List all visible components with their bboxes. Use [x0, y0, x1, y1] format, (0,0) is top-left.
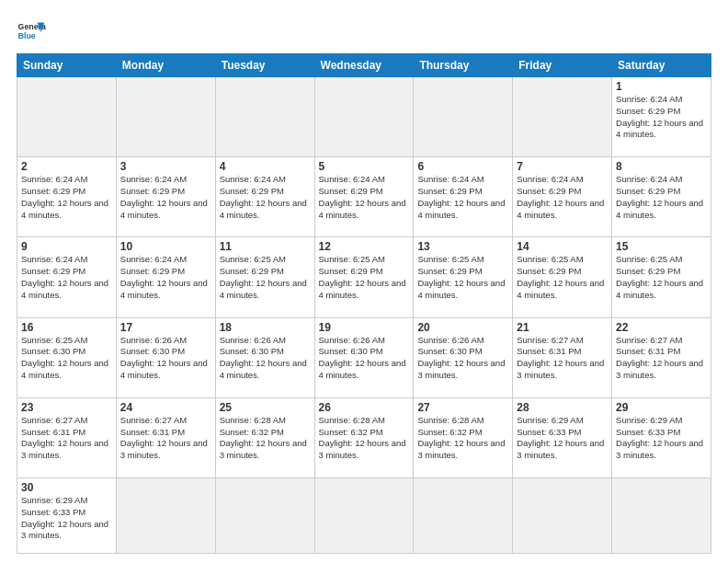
calendar-cell: 15Sunrise: 6:25 AM Sunset: 6:29 PM Dayli… — [612, 237, 711, 317]
calendar-cell: 29Sunrise: 6:29 AM Sunset: 6:33 PM Dayli… — [612, 397, 711, 477]
calendar-cell: 9Sunrise: 6:24 AM Sunset: 6:29 PM Daylig… — [17, 237, 117, 317]
calendar-cell: 28Sunrise: 6:29 AM Sunset: 6:33 PM Dayli… — [513, 397, 612, 477]
day-number: 24 — [120, 401, 211, 414]
col-header-thursday: Thursday — [414, 54, 513, 77]
day-number: 30 — [21, 481, 112, 494]
day-info: Sunrise: 6:24 AM Sunset: 6:29 PM Dayligh… — [616, 174, 707, 221]
calendar-cell: 5Sunrise: 6:24 AM Sunset: 6:29 PM Daylig… — [314, 157, 414, 237]
day-info: Sunrise: 6:28 AM Sunset: 6:32 PM Dayligh… — [319, 415, 410, 462]
day-info: Sunrise: 6:25 AM Sunset: 6:29 PM Dayligh… — [417, 254, 508, 301]
calendar-cell — [612, 478, 711, 554]
day-number: 17 — [120, 321, 211, 334]
day-number: 1 — [616, 80, 707, 93]
calendar-cell: 3Sunrise: 6:24 AM Sunset: 6:29 PM Daylig… — [116, 157, 215, 237]
calendar-cell: 7Sunrise: 6:24 AM Sunset: 6:29 PM Daylig… — [513, 157, 612, 237]
calendar-cell: 23Sunrise: 6:27 AM Sunset: 6:31 PM Dayli… — [17, 397, 117, 477]
col-header-tuesday: Tuesday — [215, 54, 314, 77]
day-number: 23 — [21, 401, 112, 414]
day-info: Sunrise: 6:27 AM Sunset: 6:31 PM Dayligh… — [517, 335, 608, 382]
day-number: 20 — [417, 321, 508, 334]
calendar-cell: 8Sunrise: 6:24 AM Sunset: 6:29 PM Daylig… — [612, 157, 711, 237]
day-info: Sunrise: 6:28 AM Sunset: 6:32 PM Dayligh… — [417, 415, 508, 462]
day-number: 8 — [616, 160, 707, 173]
day-info: Sunrise: 6:26 AM Sunset: 6:30 PM Dayligh… — [120, 335, 211, 382]
day-info: Sunrise: 6:24 AM Sunset: 6:29 PM Dayligh… — [616, 94, 707, 141]
calendar-cell — [17, 77, 117, 157]
day-info: Sunrise: 6:24 AM Sunset: 6:29 PM Dayligh… — [21, 174, 112, 221]
day-info: Sunrise: 6:24 AM Sunset: 6:29 PM Dayligh… — [120, 254, 211, 301]
day-info: Sunrise: 6:26 AM Sunset: 6:30 PM Dayligh… — [220, 335, 311, 382]
header: General Blue — [17, 17, 711, 46]
calendar-cell — [215, 478, 314, 554]
calendar-cell: 24Sunrise: 6:27 AM Sunset: 6:31 PM Dayli… — [116, 397, 215, 477]
logo: General Blue — [17, 17, 46, 46]
day-number: 12 — [319, 240, 410, 253]
calendar-cell — [116, 478, 215, 554]
calendar-cell: 1Sunrise: 6:24 AM Sunset: 6:29 PM Daylig… — [612, 77, 711, 157]
day-number: 26 — [319, 401, 410, 414]
calendar-table: SundayMondayTuesdayWednesdayThursdayFrid… — [17, 53, 711, 554]
day-number: 9 — [21, 240, 112, 253]
day-number: 7 — [517, 160, 608, 173]
day-number: 11 — [220, 240, 311, 253]
calendar-cell: 6Sunrise: 6:24 AM Sunset: 6:29 PM Daylig… — [414, 157, 513, 237]
logo-icon: General Blue — [17, 17, 46, 46]
day-info: Sunrise: 6:29 AM Sunset: 6:33 PM Dayligh… — [21, 495, 112, 542]
calendar-cell: 25Sunrise: 6:28 AM Sunset: 6:32 PM Dayli… — [215, 397, 314, 477]
day-info: Sunrise: 6:26 AM Sunset: 6:30 PM Dayligh… — [319, 335, 410, 382]
day-info: Sunrise: 6:24 AM Sunset: 6:29 PM Dayligh… — [220, 174, 311, 221]
day-info: Sunrise: 6:25 AM Sunset: 6:29 PM Dayligh… — [517, 254, 608, 301]
day-number: 22 — [616, 321, 707, 334]
day-info: Sunrise: 6:27 AM Sunset: 6:31 PM Dayligh… — [616, 335, 707, 382]
day-number: 3 — [120, 160, 211, 173]
day-number: 14 — [517, 240, 608, 253]
calendar-cell: 10Sunrise: 6:24 AM Sunset: 6:29 PM Dayli… — [116, 237, 215, 317]
day-number: 16 — [21, 321, 112, 334]
col-header-wednesday: Wednesday — [314, 54, 414, 77]
calendar-cell: 2Sunrise: 6:24 AM Sunset: 6:29 PM Daylig… — [17, 157, 117, 237]
day-number: 13 — [417, 240, 508, 253]
calendar-cell — [314, 478, 414, 554]
day-number: 19 — [319, 321, 410, 334]
calendar-cell: 16Sunrise: 6:25 AM Sunset: 6:30 PM Dayli… — [17, 317, 117, 397]
day-info: Sunrise: 6:25 AM Sunset: 6:29 PM Dayligh… — [616, 254, 707, 301]
day-number: 10 — [120, 240, 211, 253]
day-info: Sunrise: 6:24 AM Sunset: 6:29 PM Dayligh… — [517, 174, 608, 221]
day-info: Sunrise: 6:25 AM Sunset: 6:30 PM Dayligh… — [21, 335, 112, 382]
day-info: Sunrise: 6:27 AM Sunset: 6:31 PM Dayligh… — [21, 415, 112, 462]
day-number: 6 — [417, 160, 508, 173]
day-number: 25 — [220, 401, 311, 414]
col-header-sunday: Sunday — [17, 54, 117, 77]
day-info: Sunrise: 6:24 AM Sunset: 6:29 PM Dayligh… — [319, 174, 410, 221]
day-number: 29 — [616, 401, 707, 414]
day-number: 5 — [319, 160, 410, 173]
calendar-cell: 30Sunrise: 6:29 AM Sunset: 6:33 PM Dayli… — [17, 478, 117, 554]
calendar-cell — [116, 77, 215, 157]
calendar-cell — [414, 77, 513, 157]
day-number: 2 — [21, 160, 112, 173]
calendar-cell: 21Sunrise: 6:27 AM Sunset: 6:31 PM Dayli… — [513, 317, 612, 397]
day-number: 21 — [517, 321, 608, 334]
calendar-cell: 17Sunrise: 6:26 AM Sunset: 6:30 PM Dayli… — [116, 317, 215, 397]
day-info: Sunrise: 6:24 AM Sunset: 6:29 PM Dayligh… — [21, 254, 112, 301]
day-info: Sunrise: 6:27 AM Sunset: 6:31 PM Dayligh… — [120, 415, 211, 462]
calendar-cell: 13Sunrise: 6:25 AM Sunset: 6:29 PM Dayli… — [414, 237, 513, 317]
col-header-monday: Monday — [116, 54, 215, 77]
calendar-cell — [513, 478, 612, 554]
day-info: Sunrise: 6:29 AM Sunset: 6:33 PM Dayligh… — [517, 415, 608, 462]
day-info: Sunrise: 6:24 AM Sunset: 6:29 PM Dayligh… — [120, 174, 211, 221]
day-number: 27 — [417, 401, 508, 414]
calendar-cell — [314, 77, 414, 157]
day-info: Sunrise: 6:26 AM Sunset: 6:30 PM Dayligh… — [417, 335, 508, 382]
calendar-cell: 27Sunrise: 6:28 AM Sunset: 6:32 PM Dayli… — [414, 397, 513, 477]
day-number: 4 — [220, 160, 311, 173]
day-info: Sunrise: 6:29 AM Sunset: 6:33 PM Dayligh… — [616, 415, 707, 462]
day-number: 18 — [220, 321, 311, 334]
calendar-cell: 14Sunrise: 6:25 AM Sunset: 6:29 PM Dayli… — [513, 237, 612, 317]
day-number: 15 — [616, 240, 707, 253]
calendar-cell: 20Sunrise: 6:26 AM Sunset: 6:30 PM Dayli… — [414, 317, 513, 397]
day-info: Sunrise: 6:28 AM Sunset: 6:32 PM Dayligh… — [220, 415, 311, 462]
page: General Blue SundayMondayTuesdayWednesda… — [0, 0, 728, 563]
calendar-cell: 22Sunrise: 6:27 AM Sunset: 6:31 PM Dayli… — [612, 317, 711, 397]
col-header-friday: Friday — [513, 54, 612, 77]
